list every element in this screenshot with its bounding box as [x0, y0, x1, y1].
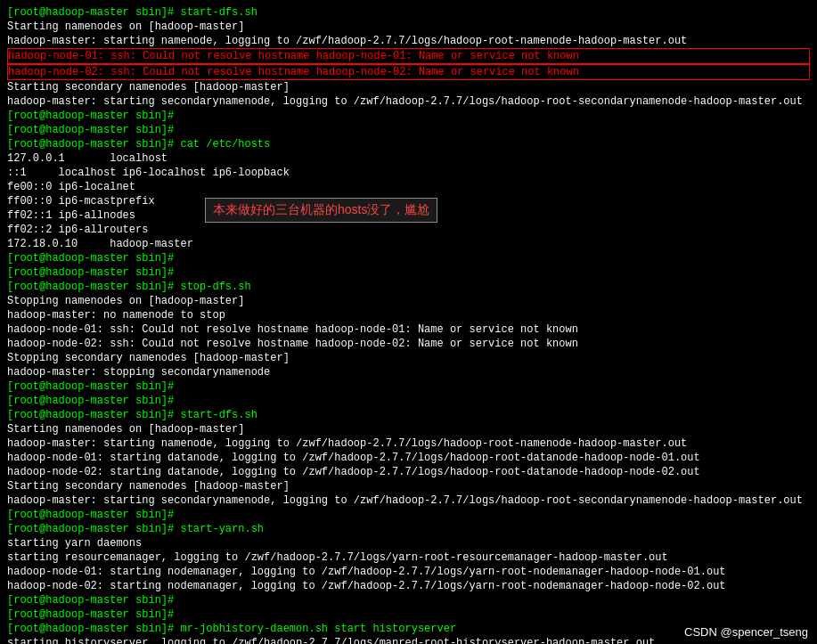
terminal-line: hadoop-node-02: starting datanode, loggi… — [7, 465, 810, 479]
terminal-line: [root@hadoop-master sbin]# start-dfs.sh — [7, 5, 810, 20]
terminal-line: 172.18.0.10 hadoop-master — [7, 237, 810, 251]
terminal-line: Starting namenodes on [hadoop-master] — [7, 422, 810, 436]
terminal-line: [root@hadoop-master sbin]# — [7, 607, 810, 622]
terminal-line: [root@hadoop-master sbin]# — [7, 265, 810, 280]
terminal-line: Starting namenodes on [hadoop-master] — [7, 20, 810, 34]
terminal-line: [root@hadoop-master sbin]# stop-dfs.sh — [7, 280, 810, 294]
terminal-line: [root@hadoop-master sbin]# — [7, 379, 810, 394]
terminal-line: 127.0.0.1 localhost — [7, 151, 810, 166]
terminal-line: hadoop-node-01: starting datanode, loggi… — [7, 451, 810, 465]
terminal-line: [root@hadoop-master sbin]# start-dfs.sh — [7, 408, 810, 422]
terminal-line: hadoop-node-02: ssh: Could not resolve h… — [7, 64, 810, 80]
terminal-line: [root@hadoop-master sbin]# — [7, 123, 810, 137]
terminal-line: hadoop-master: starting namenode, loggin… — [7, 34, 810, 48]
terminal-line: fe00::0 ip6-localnet — [7, 180, 810, 194]
terminal-line: [root@hadoop-master sbin]# — [7, 394, 810, 408]
terminal-line: [root@hadoop-master sbin]# — [7, 593, 810, 607]
terminal: [root@hadoop-master sbin]# start-dfs.shS… — [0, 0, 817, 644]
terminal-line: hadoop-node-01: starting nodemanager, lo… — [7, 565, 810, 579]
terminal-line: Stopping secondary namenodes [hadoop-mas… — [7, 351, 810, 365]
terminal-line: ::1 localhost ip6-localhost ip6-loopback — [7, 166, 810, 180]
terminal-line: [root@hadoop-master sbin]# start-yarn.sh — [7, 522, 810, 536]
terminal-line: Starting secondary namenodes [hadoop-mas… — [7, 479, 810, 493]
terminal-line: [root@hadoop-master sbin]# — [7, 251, 810, 265]
terminal-line: hadoop-master: starting namenode, loggin… — [7, 436, 810, 451]
terminal-line: hadoop-node-02: starting nodemanager, lo… — [7, 579, 810, 593]
terminal-line: [root@hadoop-master sbin]# — [7, 508, 810, 522]
terminal-line: starting resourcemanager, logging to /zw… — [7, 550, 810, 565]
annotation-box: 本来做好的三台机器的hosts没了，尴尬 — [205, 198, 437, 223]
terminal-line: hadoop-master: starting secondarynamenod… — [7, 493, 810, 508]
terminal-line: hadoop-node-01: ssh: Could not resolve h… — [7, 322, 810, 337]
terminal-line: [root@hadoop-master sbin]# — [7, 109, 810, 123]
terminal-line: starting yarn daemons — [7, 536, 810, 550]
terminal-line: ff02::2 ip6-allrouters — [7, 223, 810, 237]
csdn-watermark: CSDN @spencer_tseng — [684, 625, 808, 639]
terminal-line: hadoop-node-01: ssh: Could not resolve h… — [7, 48, 810, 64]
terminal-line: hadoop-node-02: ssh: Could not resolve h… — [7, 337, 810, 351]
terminal-line: hadoop-master: stopping secondarynamenod… — [7, 365, 810, 379]
terminal-line: Starting secondary namenodes [hadoop-mas… — [7, 80, 810, 94]
terminal-line: hadoop-master: no namenode to stop — [7, 308, 810, 322]
terminal-line: [root@hadoop-master sbin]# cat /etc/host… — [7, 137, 810, 151]
terminal-line: hadoop-master: starting secondarynamenod… — [7, 94, 810, 109]
terminal-line: Stopping namenodes on [hadoop-master] — [7, 294, 810, 308]
